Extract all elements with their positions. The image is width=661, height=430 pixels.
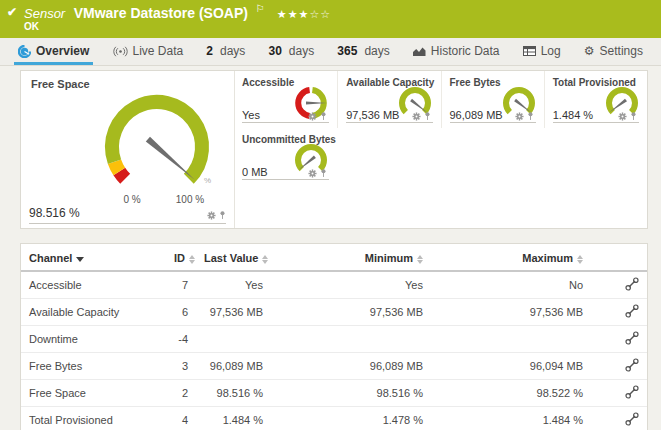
tab-2-days[interactable]: 2days xyxy=(202,39,249,65)
tab-settings[interactable]: ⚙Settings xyxy=(580,39,647,65)
gauge-actions xyxy=(308,111,327,121)
settings-gear-icon: ⚙ xyxy=(584,46,595,56)
maximum-cell: No xyxy=(431,271,591,299)
tab-30-days[interactable]: 30days xyxy=(265,39,319,65)
gauge-icon xyxy=(18,45,31,58)
actions-cell xyxy=(591,326,647,353)
stars-filled: ★★★ xyxy=(277,8,310,20)
sort-toggle-icon xyxy=(417,255,423,264)
gear-icon[interactable] xyxy=(412,112,421,121)
gauge-available-capacity[interactable]: Available Capacity97,536 MB xyxy=(337,71,440,128)
gauge-needle xyxy=(146,137,195,180)
gauge-unit-label: % xyxy=(204,176,211,185)
pin-icon[interactable] xyxy=(527,111,534,121)
gauge-underline xyxy=(450,122,536,123)
favorite-flag-icon[interactable]: ⚐ xyxy=(255,3,264,14)
column-header-id[interactable]: ID xyxy=(166,244,196,271)
column-label: Last Value xyxy=(204,252,258,264)
actions-cell xyxy=(591,407,647,430)
edit-channel-button[interactable] xyxy=(625,412,639,428)
maximum-cell: 96,094 MB xyxy=(431,353,591,380)
edit-channel-button[interactable] xyxy=(625,304,639,320)
pin-icon[interactable] xyxy=(219,210,226,220)
gauge-accessible[interactable]: AccessibleYes xyxy=(234,71,337,128)
tab-log[interactable]: Log xyxy=(519,39,565,65)
table-row: Free Space298.516 %98.516 %98.522 % xyxy=(21,380,647,407)
gear-icon[interactable] xyxy=(515,112,524,121)
wrench-icon xyxy=(625,277,639,291)
gauge-underline xyxy=(346,122,432,123)
actions-cell xyxy=(591,271,647,299)
edit-channel-button[interactable] xyxy=(625,331,639,347)
id-cell: -4 xyxy=(166,326,196,353)
edit-channel-button[interactable] xyxy=(625,277,639,293)
gauge-actions xyxy=(308,168,327,178)
tab-number: 2 xyxy=(206,44,213,58)
id-cell: 4 xyxy=(166,407,196,430)
column-label: Maximum xyxy=(522,252,573,264)
tab-bar: OverviewLive Data2days30days365daysHisto… xyxy=(0,38,661,66)
id-cell: 3 xyxy=(166,353,196,380)
gear-icon[interactable] xyxy=(308,112,317,121)
table-row: Free Bytes396,089 MB96,089 MB96,094 MB xyxy=(21,353,647,380)
table-row: Available Capacity697,536 MB97,536 MB97,… xyxy=(21,299,647,326)
gauge-actions xyxy=(515,111,534,121)
table-body: Accessible7YesYesNoAvailable Capacity697… xyxy=(21,271,647,430)
gear-icon[interactable] xyxy=(207,211,216,220)
tab-label: Historic Data xyxy=(431,44,500,58)
last-value-cell: Yes xyxy=(196,271,271,299)
edit-channel-button[interactable] xyxy=(625,385,639,401)
sensor-header: ✔ Sensor VMware Datastore (SOAP) ⚐ ★★★☆☆… xyxy=(0,0,661,38)
pin-icon[interactable] xyxy=(630,111,637,121)
wrench-icon xyxy=(625,331,639,345)
gear-icon[interactable] xyxy=(308,169,317,178)
gauge-uncommitted-bytes[interactable]: Uncommitted Bytes0 MB xyxy=(234,128,337,185)
wrench-icon xyxy=(625,304,639,318)
channel-cell: Accessible xyxy=(21,271,166,299)
wrench-icon xyxy=(625,412,639,426)
priority-stars[interactable]: ★★★☆☆ xyxy=(277,8,331,20)
log-icon xyxy=(523,46,536,56)
pin-icon[interactable] xyxy=(424,111,431,121)
gauge-title: Accessible xyxy=(242,77,294,88)
wrench-icon xyxy=(625,358,639,372)
tab-overview[interactable]: Overview xyxy=(14,39,93,65)
gear-icon[interactable] xyxy=(618,112,627,121)
gauge-total-provisioned[interactable]: Total Provisioned1.484 % xyxy=(544,71,647,128)
actions-cell xyxy=(591,353,647,380)
minimum-cell: 96,089 MB xyxy=(271,353,431,380)
channel-cell: Free Bytes xyxy=(21,353,166,380)
maximum-cell: 97,536 MB xyxy=(431,299,591,326)
column-header-last-value[interactable]: Last Value xyxy=(196,244,271,271)
last-value-cell: 1.484 % xyxy=(196,407,271,430)
column-header-maximum[interactable]: Maximum xyxy=(431,244,591,271)
gauge-value: 0 MB xyxy=(242,166,268,178)
stars-empty: ☆☆ xyxy=(309,8,331,20)
gauge-scale-max: 100 % xyxy=(172,194,208,205)
tab-historic-data[interactable]: Historic Data xyxy=(409,39,504,65)
gauge-free-space[interactable]: Free Space 0 % 100 % % 98.516 % xyxy=(21,71,235,228)
pin-icon[interactable] xyxy=(320,168,327,178)
column-header-channel[interactable]: Channel xyxy=(21,244,166,271)
gauge-underline xyxy=(242,179,329,180)
gauge-footer: 98.516 % xyxy=(29,206,226,224)
edit-channel-button[interactable] xyxy=(625,358,639,374)
gauge-value: 1.484 % xyxy=(553,109,593,121)
gauge-actions xyxy=(412,111,431,121)
tab-label: days xyxy=(220,44,245,58)
gauge-free-bytes[interactable]: Free Bytes96,089 MB xyxy=(441,71,544,128)
tab-365-days[interactable]: 365days xyxy=(333,39,393,65)
gauge-actions xyxy=(207,210,226,220)
column-header-minimum[interactable]: Minimum xyxy=(271,244,431,271)
pin-icon[interactable] xyxy=(320,111,327,121)
maximum-cell: 1.484 % xyxy=(431,407,591,430)
wrench-icon xyxy=(625,385,639,399)
sensor-kind-label: Sensor xyxy=(24,6,65,21)
tab-live-data[interactable]: Live Data xyxy=(109,39,188,65)
status-ok-check-icon: ✔ xyxy=(7,5,17,19)
gauge-scale-min: 0 % xyxy=(117,194,147,205)
gauge-title: Free Bytes xyxy=(450,77,501,88)
live-data-icon xyxy=(113,46,128,57)
gauge-value: 97,536 MB xyxy=(346,109,399,121)
column-header-actions xyxy=(591,244,647,271)
